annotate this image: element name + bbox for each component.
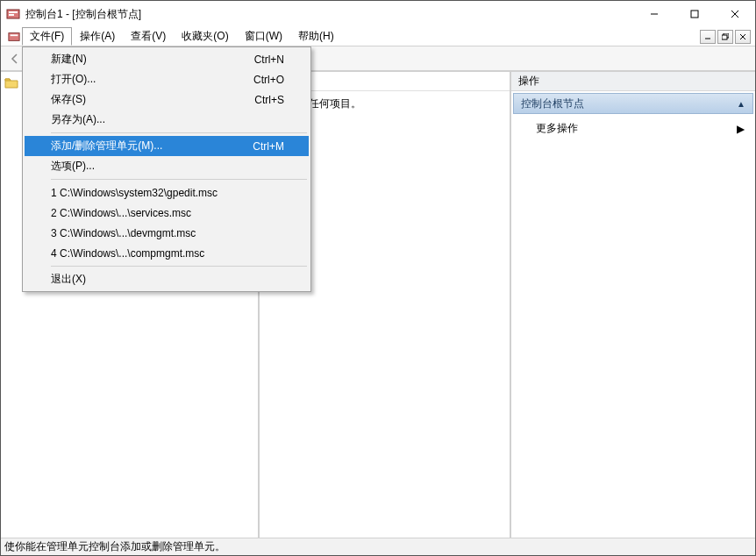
- menu-help[interactable]: 帮助(H): [290, 27, 342, 46]
- window-controls: [634, 1, 755, 27]
- menu-item-recent-4[interactable]: 4 C:\Windows\...\compmgmt.msc: [25, 243, 309, 263]
- menu-item-label: 打开(O)...: [51, 72, 253, 87]
- window-title: 控制台1 - [控制台根节点]: [25, 7, 634, 22]
- menu-app-icon: [6, 27, 22, 46]
- mdi-controls: [700, 30, 751, 44]
- actions-section-header[interactable]: 控制台根节点 ▲: [513, 93, 753, 114]
- menu-item-recent-1[interactable]: 1 C:\Windows\system32\gpedit.msc: [25, 182, 309, 203]
- collapse-arrow-icon: ▲: [737, 99, 745, 109]
- menu-favorites[interactable]: 收藏夹(O): [174, 27, 236, 46]
- menu-item-label: 新建(N): [51, 52, 254, 67]
- menu-item-save[interactable]: 保存(S) Ctrl+S: [25, 89, 309, 110]
- menu-item-label: 选项(P)...: [51, 159, 284, 174]
- menu-item-shortcut: Ctrl+S: [254, 94, 284, 106]
- menu-item-label: 1 C:\Windows\system32\gpedit.msc: [51, 187, 284, 199]
- close-button[interactable]: [715, 1, 755, 27]
- statusbar: 使你能在管理单元控制台添加或删除管理单元。: [1, 538, 755, 555]
- minimize-button[interactable]: [634, 1, 674, 27]
- svg-rect-9: [722, 35, 727, 39]
- menu-item-shortcut: Ctrl+M: [253, 140, 284, 153]
- menu-item-label: 添加/删除管理单元(M)...: [51, 139, 253, 153]
- mdi-minimize-button[interactable]: [700, 30, 716, 44]
- menu-action[interactable]: 操作(A): [72, 27, 123, 46]
- status-text: 使你能在管理单元控制台添加或删除管理单元。: [4, 539, 225, 554]
- menu-item-label: 另存为(A)...: [51, 112, 284, 127]
- menu-item-save-as[interactable]: 另存为(A)...: [25, 110, 309, 130]
- menu-file[interactable]: 文件(F): [22, 27, 72, 46]
- file-dropdown: 新建(N) Ctrl+N 打开(O)... Ctrl+O 保存(S) Ctrl+…: [22, 46, 311, 292]
- app-icon: [6, 7, 20, 21]
- menu-item-open[interactable]: 打开(O)... Ctrl+O: [25, 69, 309, 89]
- menu-item-label: 3 C:\Windows\...\devmgmt.msc: [51, 227, 284, 239]
- chevron-right-icon: ▶: [737, 123, 745, 135]
- menu-item-add-remove-snapin[interactable]: 添加/删除管理单元(M)... Ctrl+M: [25, 136, 309, 156]
- actions-header: 操作: [511, 72, 755, 91]
- svg-rect-2: [9, 14, 14, 16]
- menu-view[interactable]: 查看(V): [123, 27, 174, 46]
- svg-rect-4: [691, 11, 698, 18]
- maximize-button[interactable]: [674, 1, 715, 27]
- menu-item-label: 2 C:\Windows\...\services.msc: [51, 207, 284, 219]
- menu-separator: [51, 266, 307, 267]
- mdi-close-button[interactable]: [735, 30, 751, 44]
- menu-item-shortcut: Ctrl+N: [254, 53, 284, 66]
- menu-separator: [51, 179, 307, 180]
- menu-item-label: 保存(S): [51, 92, 254, 107]
- actions-pane: 操作 控制台根节点 ▲ 更多操作 ▶: [511, 72, 755, 538]
- menu-item-exit[interactable]: 退出(X): [25, 269, 309, 289]
- mdi-restore-button[interactable]: [717, 30, 733, 44]
- menu-separator: [51, 132, 307, 133]
- menu-item-options[interactable]: 选项(P)...: [25, 156, 309, 176]
- svg-rect-12: [9, 32, 19, 40]
- menu-item-shortcut: Ctrl+O: [253, 74, 284, 86]
- actions-section-label: 控制台根节点: [521, 96, 584, 111]
- menu-window[interactable]: 窗口(W): [237, 27, 290, 46]
- menu-item-label: 退出(X): [51, 272, 284, 287]
- menu-item-new[interactable]: 新建(N) Ctrl+N: [25, 49, 309, 69]
- menu-item-label: 4 C:\Windows\...\compmgmt.msc: [51, 247, 284, 260]
- svg-rect-1: [9, 11, 18, 13]
- actions-more-label: 更多操作: [536, 121, 578, 136]
- menu-item-recent-3[interactable]: 3 C:\Windows\...\devmgmt.msc: [25, 223, 309, 243]
- folder-icon: [4, 76, 18, 89]
- actions-more-link[interactable]: 更多操作 ▶: [511, 116, 755, 141]
- svg-rect-13: [11, 34, 18, 36]
- menu-item-recent-2[interactable]: 2 C:\Windows\...\services.msc: [25, 203, 309, 223]
- titlebar: 控制台1 - [控制台根节点]: [1, 1, 755, 27]
- menubar: 文件(F) 操作(A) 查看(V) 收藏夹(O) 窗口(W) 帮助(H): [1, 27, 755, 46]
